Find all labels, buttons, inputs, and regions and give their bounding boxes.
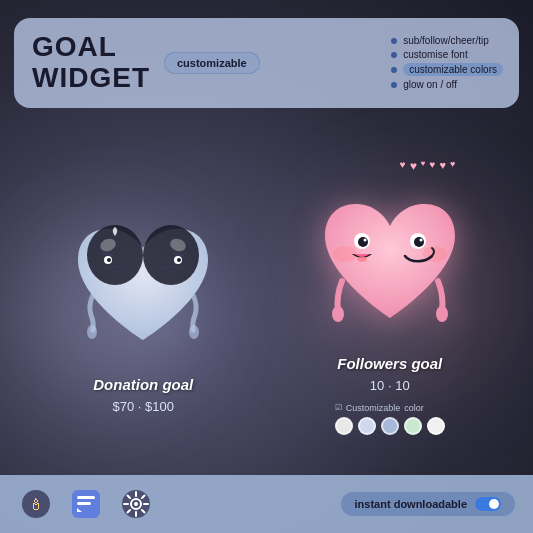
header-title: GOAL WIDGET <box>32 32 150 94</box>
svg-point-19 <box>419 239 422 242</box>
donation-value: $70 · $100 <box>113 399 174 414</box>
icon-trophy[interactable]: 🕯 <box>18 486 54 522</box>
header-left: GOAL WIDGET customizable <box>32 32 260 94</box>
followers-value: 10 · 10 <box>370 378 410 393</box>
svg-point-18 <box>414 237 424 247</box>
bottom-icons: 🕯 <box>18 486 154 522</box>
feature-dot-4 <box>391 82 397 88</box>
pink-heart-svg <box>310 186 470 341</box>
svg-point-11 <box>189 325 199 339</box>
feature-dot-3 <box>391 67 397 73</box>
toggle-switch[interactable] <box>475 497 501 511</box>
svg-point-16 <box>363 239 366 242</box>
donation-character-container <box>53 200 233 370</box>
feature-colors: customizable colors <box>391 63 503 76</box>
followers-label: Followers goal <box>337 355 442 372</box>
svg-point-10 <box>87 325 97 339</box>
feature-label-1: sub/follow/cheer/tip <box>403 35 489 46</box>
mini-heart-2: ♥ <box>410 159 417 173</box>
svg-rect-26 <box>77 496 95 499</box>
mini-heart-4: ♥ <box>430 159 436 173</box>
white-heart-svg <box>63 210 223 360</box>
mini-heart-3: ♥ <box>421 159 426 173</box>
chat-icon-svg <box>70 488 102 520</box>
svg-rect-27 <box>77 502 91 505</box>
feature-label-2: customise font <box>403 49 467 60</box>
floating-hearts: ♥ ♥ ♥ ♥ ♥ ♥ <box>400 159 470 173</box>
svg-point-22 <box>436 306 448 322</box>
feature-dot-1 <box>391 38 397 44</box>
customizable-text: Customizable <box>346 403 401 413</box>
header-features: sub/follow/cheer/tip customise font cust… <box>391 35 503 90</box>
svg-text:🕯: 🕯 <box>28 496 44 513</box>
swatch-2[interactable] <box>358 417 376 435</box>
customizable-badge: customizable <box>164 52 260 74</box>
feature-sub: sub/follow/cheer/tip <box>391 35 503 46</box>
bottom-bar: 🕯 <box>0 475 533 533</box>
feature-dot-2 <box>391 52 397 58</box>
svg-point-20 <box>357 256 367 262</box>
feature-font: customise font <box>391 49 503 60</box>
swatch-4[interactable] <box>404 417 422 435</box>
svg-point-7 <box>177 258 181 262</box>
svg-point-21 <box>332 306 344 322</box>
donation-character <box>63 210 223 360</box>
mini-heart-1: ♥ <box>400 159 406 173</box>
trophy-icon-svg: 🕯 <box>20 488 52 520</box>
swatch-1[interactable] <box>335 417 353 435</box>
settings-icon-svg <box>120 488 152 520</box>
mini-heart-6: ♥ <box>450 159 455 173</box>
swatch-3[interactable] <box>381 417 399 435</box>
instant-downloadable-badge: instant downloadable <box>341 492 515 516</box>
svg-point-1 <box>143 225 199 285</box>
swatch-5[interactable] <box>427 417 445 435</box>
icon-chat[interactable] <box>68 486 104 522</box>
color-label: ☑ Customizable color <box>335 403 424 413</box>
feature-glow: glow on / off <box>391 79 503 90</box>
pink-heart-character <box>310 186 470 341</box>
svg-point-30 <box>134 502 138 506</box>
svg-point-15 <box>358 237 368 247</box>
header-card: GOAL WIDGET customizable sub/follow/chee… <box>14 18 519 108</box>
svg-point-5 <box>107 258 111 262</box>
feature-label-3: customizable colors <box>403 63 503 76</box>
instant-label: instant downloadable <box>355 498 467 510</box>
icon-settings[interactable] <box>118 486 154 522</box>
color-text: color <box>404 403 424 413</box>
followers-widget: ♥ ♥ ♥ ♥ ♥ ♥ <box>300 179 480 435</box>
color-swatches <box>335 417 445 435</box>
toggle-knob <box>489 499 499 509</box>
main-content: Donation goal $70 · $100 ♥ ♥ ♥ ♥ ♥ ♥ <box>0 140 533 473</box>
color-section: ☑ Customizable color <box>335 403 445 435</box>
feature-label-4: glow on / off <box>403 79 457 90</box>
mini-heart-5: ♥ <box>440 159 447 173</box>
donation-widget: Donation goal $70 · $100 <box>53 200 233 414</box>
followers-character-container: ♥ ♥ ♥ ♥ ♥ ♥ <box>300 179 480 349</box>
donation-label: Donation goal <box>93 376 193 393</box>
